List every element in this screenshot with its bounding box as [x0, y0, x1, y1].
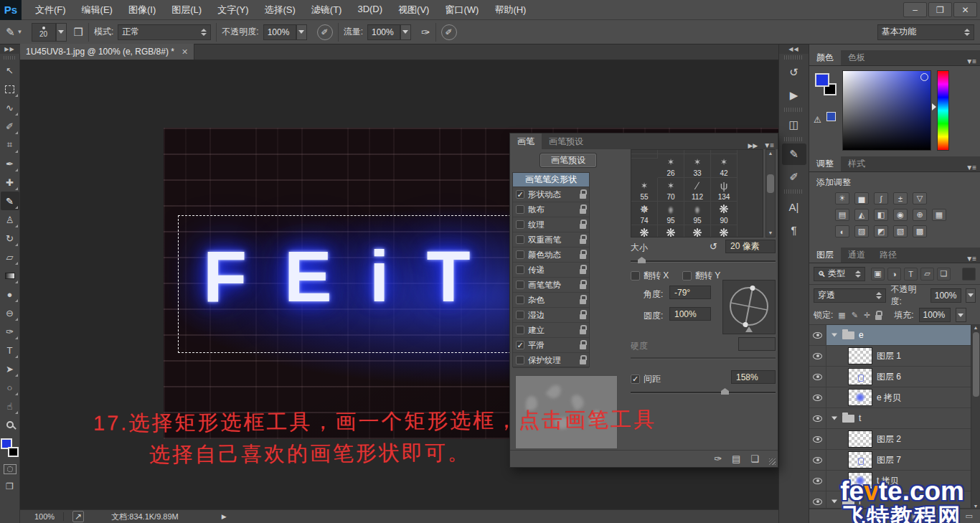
visibility-toggle[interactable]: [809, 325, 826, 345]
history-brush-tool[interactable]: ↻: [1, 229, 19, 248]
flow-input[interactable]: 100%: [367, 24, 400, 40]
lock-icon[interactable]: [580, 299, 586, 304]
path-selection-tool[interactable]: ➤: [1, 359, 19, 378]
zoom-tool[interactable]: [1, 415, 19, 434]
hue-slider[interactable]: [937, 70, 949, 151]
brush-preset-picker[interactable]: 20: [32, 23, 67, 42]
lock-paint-icon[interactable]: ✎: [852, 311, 858, 320]
background-color-swatch[interactable]: [8, 447, 19, 457]
option-checkbox[interactable]: [516, 235, 524, 244]
visibility-toggle[interactable]: [809, 367, 826, 387]
layer-opacity-input[interactable]: 100%: [930, 288, 961, 303]
brush-tip[interactable]: ✵ 74: [631, 202, 658, 225]
panel-group-gripper[interactable]: [784, 55, 804, 60]
brush-grid-scrollbar[interactable]: ▲▼: [765, 149, 776, 237]
fill-input[interactable]: 100%: [919, 308, 951, 322]
option-checkbox[interactable]: [516, 205, 524, 214]
character-panel-icon[interactable]: A|: [782, 196, 806, 217]
tool-preset-picker[interactable]: ✎ ▼: [6, 26, 23, 39]
layer-thumbnail[interactable]: [848, 472, 872, 489]
new-layer-icon[interactable]: ❏: [951, 512, 958, 521]
brush-tip[interactable]: ✶ 55: [631, 178, 658, 202]
reset-size-icon[interactable]: ↺: [710, 241, 717, 252]
quick-mask-button[interactable]: [4, 464, 17, 474]
export-icon[interactable]: ↗: [72, 511, 84, 522]
gamut-safe-swatch[interactable]: [826, 112, 836, 121]
brush-tip-shape-item[interactable]: 画笔笔尖形状: [513, 173, 589, 187]
filter-toggle-switch[interactable]: [962, 268, 976, 281]
brush-option-row[interactable]: 画笔笔势: [513, 278, 589, 293]
add-mask-icon[interactable]: ◉: [912, 512, 919, 521]
layer-thumbnail[interactable]: [848, 451, 872, 468]
option-checkbox[interactable]: [516, 190, 524, 199]
3d-panel-icon[interactable]: ◫: [782, 114, 806, 136]
layer-row[interactable]: 图层 2: [809, 429, 980, 450]
layer-thumbnail[interactable]: [848, 389, 872, 406]
type-tool[interactable]: T: [1, 341, 19, 359]
menu-item[interactable]: 文字(Y): [211, 1, 255, 19]
brush-presets-panel-icon[interactable]: ✐: [782, 166, 806, 188]
panel-group-gripper[interactable]: [784, 189, 804, 194]
brush-tip[interactable]: ● 95: [684, 202, 711, 225]
layer-row[interactable]: t: [809, 408, 980, 429]
threshold-icon[interactable]: ◩: [874, 225, 888, 237]
menu-item[interactable]: 帮助(H): [488, 1, 532, 19]
filter-adjustment-icon[interactable]: ◑: [887, 268, 901, 281]
gradient-map-icon[interactable]: ▧: [893, 225, 908, 237]
scrollbar-thumb[interactable]: [973, 332, 979, 397]
visibility-toggle[interactable]: [809, 408, 826, 428]
layer-row[interactable]: i: [809, 491, 980, 509]
tab-paths[interactable]: 路径: [872, 247, 904, 263]
brush-option-row[interactable]: 散布: [513, 202, 589, 217]
zoom-level-field[interactable]: 100%: [34, 512, 55, 521]
brush-option-row[interactable]: 湿边: [513, 308, 589, 323]
fill-dropdown[interactable]: [956, 308, 966, 322]
lock-icon[interactable]: [580, 239, 586, 244]
tab-brush-presets[interactable]: 画笔预设: [542, 133, 590, 149]
tab-swatches[interactable]: 色板: [841, 50, 872, 65]
color-balance-icon[interactable]: ◭: [854, 209, 869, 221]
spacing-slider[interactable]: [631, 392, 776, 394]
pen-tool[interactable]: ✑: [1, 322, 19, 341]
panel-menu-icon[interactable]: ▼≡: [763, 141, 773, 149]
brush-tip[interactable]: ✶ 26: [658, 154, 684, 178]
visibility-toggle[interactable]: [809, 346, 826, 366]
brush-option-row[interactable]: 杂色: [513, 293, 589, 308]
preset-manager-icon[interactable]: ▤: [732, 453, 740, 464]
filter-type-icon[interactable]: T: [904, 268, 918, 281]
vibrance-icon[interactable]: ▽: [913, 192, 927, 204]
layer-row[interactable]: t 拷贝: [809, 471, 980, 491]
layer-style-icon[interactable]: fx.: [896, 512, 905, 520]
tab-close-icon[interactable]: ✕: [182, 47, 188, 57]
brush-option-row[interactable]: 保护纹理: [513, 353, 589, 368]
panel-menu-icon[interactable]: ▼≡: [966, 57, 976, 65]
flip-y-checkbox[interactable]: 翻转 Y: [682, 270, 720, 282]
lock-icon[interactable]: [580, 209, 586, 214]
scrollbar-thumb[interactable]: [767, 174, 774, 193]
brush-tip[interactable]: ψ 134: [711, 178, 738, 202]
collapse-panels-button[interactable]: ◀◀: [779, 44, 809, 54]
layer-name[interactable]: e 拷贝: [877, 392, 901, 404]
brush-tool[interactable]: ✎: [1, 192, 19, 210]
close-button[interactable]: ✕: [953, 2, 977, 17]
lock-icon[interactable]: [580, 224, 586, 229]
spacing-value[interactable]: 158%: [731, 370, 776, 384]
black-white-icon[interactable]: ◧: [874, 209, 888, 221]
option-checkbox[interactable]: [516, 281, 524, 289]
layer-thumbnail[interactable]: [848, 347, 872, 364]
layer-row[interactable]: e 拷贝: [809, 387, 980, 408]
lock-icon[interactable]: [580, 269, 586, 274]
collapse-panel-icon[interactable]: ▶▶: [748, 142, 758, 149]
tab-layers[interactable]: 图层: [809, 247, 841, 263]
panel-foreground-swatch[interactable]: [815, 73, 829, 87]
eraser-tool[interactable]: ▱: [1, 248, 19, 266]
size-value[interactable]: 20 像素: [725, 240, 776, 253]
screen-mode-button[interactable]: ❐: [6, 481, 14, 491]
actions-panel-icon[interactable]: ▶: [782, 85, 806, 106]
option-checkbox[interactable]: [516, 341, 524, 349]
mode-select[interactable]: 正常: [118, 24, 211, 40]
roundness-value[interactable]: 100%: [669, 307, 711, 321]
new-brush-icon[interactable]: ❏: [750, 453, 759, 464]
brush-tip[interactable]: [631, 154, 658, 159]
tab-brush[interactable]: 画笔: [510, 133, 542, 149]
